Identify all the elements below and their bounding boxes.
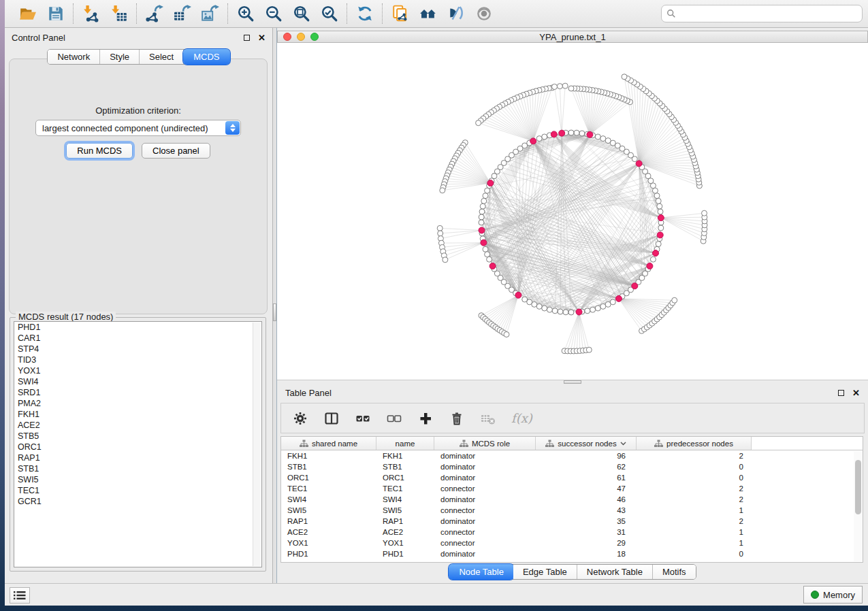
open-file-icon[interactable] <box>18 5 37 23</box>
delete-column-icon[interactable] <box>449 410 465 427</box>
list-item[interactable]: SRD1 <box>14 387 261 398</box>
tab-mcds[interactable]: MCDS <box>183 49 229 65</box>
mcds-panel: Optimization criterion: largest connecte… <box>9 59 268 314</box>
result-list-scrollbar[interactable] <box>253 323 261 566</box>
list-item[interactable]: STB1 <box>14 463 261 474</box>
table-row[interactable]: SWI4SWI4dominator462 <box>281 494 863 505</box>
deselect-all-icon[interactable] <box>386 410 402 427</box>
table-scrollbar[interactable] <box>854 451 863 561</box>
column-header-shared-name[interactable]: shared name <box>281 437 376 450</box>
export-table-icon[interactable] <box>173 5 191 23</box>
column-header-successor-nodes[interactable]: successor nodes <box>536 437 637 450</box>
search-input[interactable] <box>676 7 857 20</box>
hide-selected-icon[interactable] <box>447 5 465 23</box>
list-item[interactable]: TEC1 <box>14 485 261 496</box>
network-window-titlebar[interactable]: YPA_prune.txt_1 <box>277 31 868 43</box>
refresh-layout-icon[interactable] <box>355 5 374 23</box>
cell: 2 <box>637 450 752 461</box>
window-minimize-icon[interactable] <box>297 33 305 41</box>
zoom-fit-icon[interactable] <box>292 5 310 23</box>
cell: SWI5 <box>376 505 434 516</box>
tab-motifs[interactable]: Motifs <box>653 565 696 579</box>
list-item[interactable]: PMA2 <box>14 398 261 409</box>
zoom-out-icon[interactable] <box>264 5 283 23</box>
cell: dominator <box>434 548 536 559</box>
export-image-icon[interactable] <box>201 5 219 23</box>
list-item[interactable]: GCR1 <box>14 496 261 507</box>
list-item[interactable]: STB5 <box>14 431 261 442</box>
share-document-icon[interactable] <box>391 5 409 23</box>
column-header-predecessor-nodes[interactable]: predecessor nodes <box>637 437 752 450</box>
first-neighbors-icon[interactable] <box>419 5 437 23</box>
add-column-icon[interactable] <box>417 410 434 427</box>
select-all-icon[interactable] <box>355 410 371 427</box>
table-row[interactable]: TEC1TEC1connector472 <box>281 483 863 494</box>
table-row[interactable]: YOX1YOX1connector291 <box>281 538 863 548</box>
vertical-splitter[interactable] <box>272 28 277 583</box>
task-list-button[interactable] <box>10 587 30 604</box>
cell: dominator <box>434 494 536 505</box>
cell: dominator <box>434 461 536 472</box>
run-mcds-button[interactable]: Run MCDS <box>66 143 133 159</box>
window-maximize-icon[interactable] <box>310 33 319 41</box>
close-panel-icon[interactable]: ✕ <box>258 33 266 42</box>
show-all-icon[interactable] <box>475 5 493 23</box>
list-item[interactable]: ORC1 <box>14 442 261 452</box>
tab-network-table[interactable]: Network Table <box>577 565 653 579</box>
cell: SWI5 <box>281 505 376 516</box>
memory-button[interactable]: Memory <box>803 586 863 604</box>
float-panel-icon[interactable] <box>244 35 250 41</box>
cell: RAP1 <box>376 516 434 527</box>
table-row[interactable]: STB1STB1dominator620 <box>281 461 863 472</box>
table-row[interactable]: PHD1PHD1dominator180 <box>281 548 863 559</box>
tab-edge-table[interactable]: Edge Table <box>513 565 577 579</box>
list-item[interactable]: STP4 <box>14 344 261 354</box>
cell: connector <box>434 527 536 538</box>
list-item[interactable]: SWI5 <box>14 474 261 485</box>
table-row[interactable]: ORC1ORC1dominator610 <box>281 472 863 483</box>
table-scrollbar-thumb[interactable] <box>855 460 861 514</box>
tab-node-table[interactable]: Node Table <box>449 564 514 580</box>
zoom-selected-icon[interactable] <box>320 5 338 23</box>
network-canvas[interactable] <box>277 43 868 380</box>
dropdown-stepper-icon <box>225 121 240 135</box>
split-view-icon[interactable] <box>323 410 340 427</box>
control-panel-titlebar: Control Panel ✕ <box>5 28 272 47</box>
column-header-name[interactable]: name <box>376 437 434 450</box>
table-row[interactable]: FKH1FKH1dominator962 <box>281 450 863 461</box>
table-row[interactable]: RAP1RAP1dominator352 <box>281 516 863 527</box>
close-table-panel-icon[interactable]: ✕ <box>852 389 860 397</box>
tab-style[interactable]: Style <box>100 50 140 64</box>
list-icon <box>14 591 26 600</box>
import-table-icon[interactable] <box>110 5 128 23</box>
table-row[interactable]: SWI5SWI5connector431 <box>281 505 863 516</box>
zoom-in-icon[interactable] <box>236 5 255 23</box>
list-item[interactable]: YOX1 <box>14 365 261 376</box>
vertical-splitter-handle[interactable] <box>273 303 276 321</box>
mcds-result-list[interactable]: PHD1CAR1STP4TID3YOX1SWI4SRD1PMA2FKH1ACE2… <box>14 321 262 567</box>
list-item[interactable]: ACE2 <box>14 420 261 431</box>
table-mode-icon[interactable] <box>292 410 308 427</box>
close-panel-button[interactable]: Close panel <box>142 143 210 159</box>
list-item[interactable]: RAP1 <box>14 452 261 463</box>
search-field[interactable] <box>661 5 863 22</box>
list-item[interactable]: SWI4 <box>14 376 261 387</box>
list-item[interactable]: PHD1 <box>14 322 261 333</box>
tab-select[interactable]: Select <box>140 50 184 64</box>
float-table-panel-icon[interactable] <box>838 390 844 396</box>
cell: 43 <box>536 505 637 516</box>
list-item[interactable]: CAR1 <box>14 333 261 344</box>
table-row[interactable]: ACE2ACE2connector311 <box>281 527 863 538</box>
export-network-icon[interactable] <box>145 5 163 23</box>
cell: 0 <box>637 472 752 483</box>
tab-network[interactable]: Network <box>48 50 100 64</box>
save-session-icon[interactable] <box>46 5 65 23</box>
horizontal-splitter-handle[interactable] <box>564 380 581 384</box>
cell: dominator <box>434 472 536 483</box>
list-item[interactable]: FKH1 <box>14 409 261 420</box>
list-item[interactable]: TID3 <box>14 354 261 365</box>
criterion-dropdown[interactable]: largest connected component (undirected) <box>35 120 241 136</box>
import-network-icon[interactable] <box>82 5 100 23</box>
window-close-icon[interactable] <box>283 33 291 41</box>
column-header-MCDS-role[interactable]: MCDS role <box>434 437 536 450</box>
